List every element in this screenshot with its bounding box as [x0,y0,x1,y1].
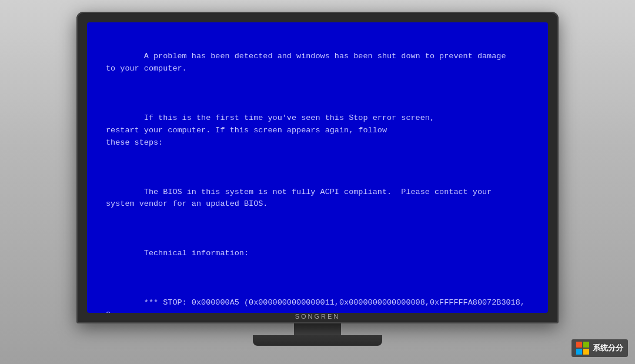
screen: A problem has been detected and windows … [87,22,548,313]
monitor-body: A problem has been detected and windows … [76,12,559,323]
bsod-line4: Technical information: [144,249,249,258]
watermark: 系统分分 [572,339,628,357]
bsod-line5: *** STOP: 0x000000A5 (0x0000000000000011… [106,298,525,313]
monitor-brand: SONGREN [295,313,340,320]
monitor: A problem has been detected and windows … [76,12,559,353]
bsod-line1: A problem has been detected and windows … [106,52,506,73]
monitor-foot [253,335,382,346]
watermark-label: 系统分分 [593,343,623,353]
monitor-neck [294,323,341,335]
bsod-content: A problem has been detected and windows … [106,39,529,313]
bsod-line2: If this is the first time you've seen th… [106,113,435,147]
bsod-line3: The BIOS in this system is not fully ACP… [106,188,492,209]
windows-logo-icon [576,342,589,355]
